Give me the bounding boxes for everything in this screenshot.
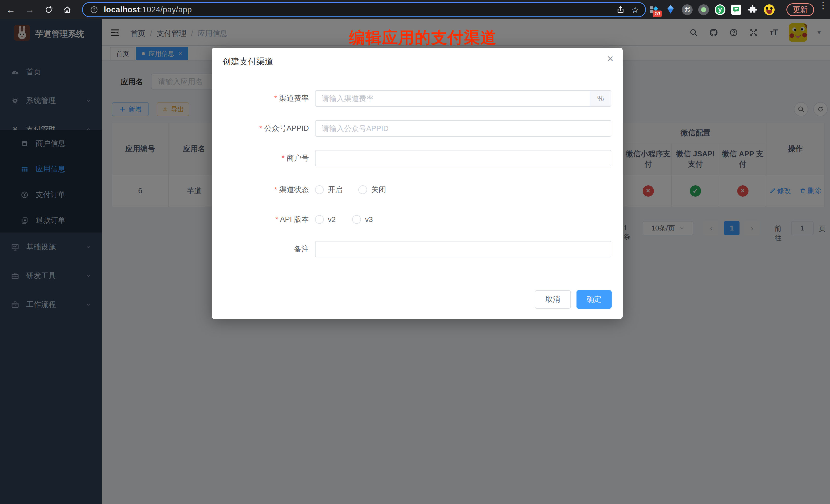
close-icon[interactable]: ×	[607, 53, 613, 64]
merchant-no-input[interactable]	[315, 150, 611, 166]
browser-update-button[interactable]: 更新	[787, 3, 814, 16]
app-page: 芋道管理系统 首页 系统管理	[0, 19, 830, 504]
cancel-button[interactable]: 取消	[535, 290, 571, 309]
browser-toolbar: ← → localhost:1024/pay/app	[0, 0, 830, 19]
extension-badge: 10	[652, 10, 662, 17]
extension-command-icon[interactable]: ⌘	[682, 4, 693, 15]
radio-api-v2[interactable]: v2	[315, 215, 336, 224]
share-icon[interactable]	[616, 6, 625, 14]
field-label-status: 渠道状态	[222, 185, 309, 195]
appid-input[interactable]	[315, 120, 611, 137]
radio-circle-icon	[315, 185, 324, 194]
extension-kite-icon[interactable]	[665, 4, 676, 15]
bookmark-star-icon[interactable]: ☆	[631, 5, 639, 15]
site-info-icon[interactable]	[90, 6, 98, 14]
url-path: :1024/pay/app	[140, 5, 192, 14]
extension-record-icon[interactable]	[698, 4, 709, 15]
radio-circle-icon	[352, 215, 361, 224]
radio-status-closed[interactable]: 关闭	[358, 185, 386, 195]
browser-extensions: 10 ⌘ y	[648, 0, 775, 19]
back-icon[interactable]: ←	[4, 3, 18, 17]
field-label-appid: 公众号APPID	[222, 123, 309, 133]
field-label-merchant-no: 商户号	[222, 153, 309, 163]
radio-circle-icon	[315, 215, 324, 224]
extension-chat-icon[interactable]	[731, 5, 741, 15]
address-bar[interactable]: localhost:1024/pay/app ☆	[82, 2, 646, 17]
radio-status-open[interactable]: 开启	[315, 185, 343, 195]
confirm-button[interactable]: 确定	[576, 290, 612, 309]
field-label-api-version: API 版本	[222, 214, 309, 225]
create-pay-channel-dialog: 创建支付渠道 × 渠道费率 % 公众号APPID 商户号 渠道状态 开启 关闭	[212, 48, 622, 319]
remark-input[interactable]	[315, 241, 611, 257]
url-text[interactable]: localhost:1024/pay/app	[104, 5, 192, 14]
extension-emoji-icon[interactable]	[764, 4, 775, 15]
rate-unit-append: %	[590, 90, 611, 107]
radio-api-v3[interactable]: v3	[352, 215, 373, 224]
radio-circle-icon	[358, 185, 367, 194]
reload-icon[interactable]	[42, 3, 55, 17]
dialog-title: 创建支付渠道	[223, 56, 273, 67]
annotation-text: 编辑应用的支付渠道	[308, 27, 538, 49]
forward-icon[interactable]: →	[23, 3, 36, 17]
field-label-rate: 渠道费率	[222, 93, 309, 103]
rate-input[interactable]	[315, 90, 590, 107]
extension-tabs-icon[interactable]: 10	[648, 4, 659, 15]
url-host: localhost	[104, 5, 140, 14]
home-icon[interactable]	[61, 3, 74, 17]
extension-y-icon[interactable]: y	[715, 4, 726, 15]
browser-menu-icon[interactable]: ⋮	[819, 4, 826, 7]
field-label-remark: 备注	[222, 244, 309, 254]
extension-puzzle-icon[interactable]	[747, 4, 758, 15]
screen: ← → localhost:1024/pay/app	[0, 0, 830, 504]
